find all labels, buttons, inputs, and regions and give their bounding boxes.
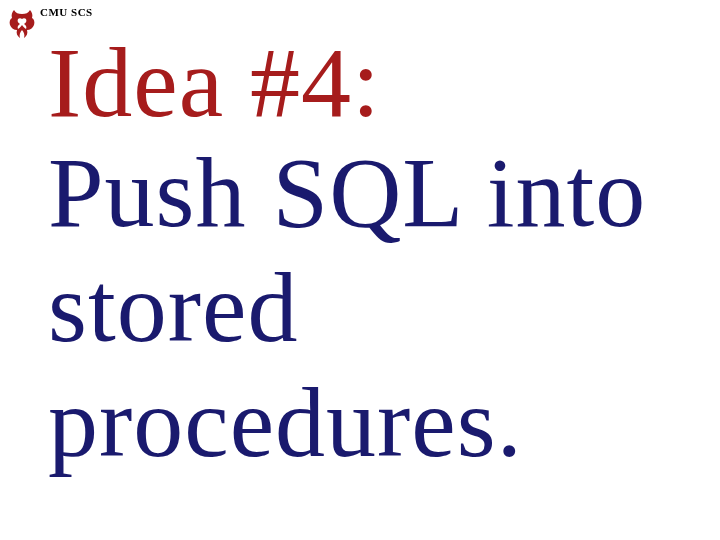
title-line-1: Idea #4: xyxy=(48,30,700,135)
title-line-3: stored procedures. xyxy=(48,250,700,480)
title-line-2: Push SQL into xyxy=(48,135,700,250)
org-label: CMU SCS xyxy=(40,6,93,18)
cmu-dragon-logo-icon xyxy=(8,8,36,40)
slide-content: Idea #4: Push SQL into stored procedures… xyxy=(48,30,700,480)
